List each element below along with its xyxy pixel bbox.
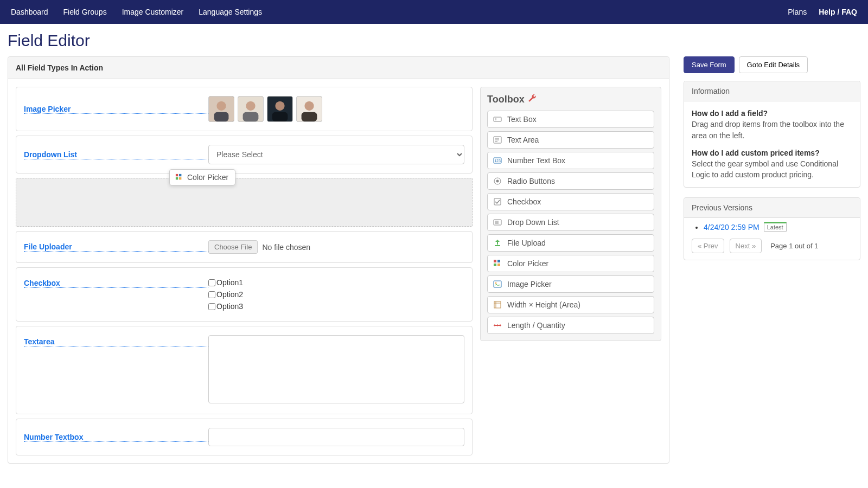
checkbox-option-1[interactable]: Option1 — [208, 277, 464, 288]
active-dropzone[interactable] — [16, 178, 473, 227]
tool-color-picker[interactable]: Color Picker — [487, 255, 654, 272]
tool-label: Color Picker — [507, 259, 548, 268]
field-label-dropdown[interactable]: Dropdown List — [24, 150, 208, 159]
tool-checkbox[interactable]: Checkbox — [487, 193, 654, 210]
info-q1: How do I add a field? — [692, 109, 768, 118]
area-icon — [493, 300, 502, 309]
prev-page-button[interactable]: « Prev — [692, 239, 724, 253]
tool-file-upload[interactable]: File Upload — [487, 234, 654, 252]
number-icon: 123 — [493, 156, 502, 165]
next-page-button[interactable]: Next » — [730, 239, 762, 253]
fields-dropzone-column[interactable]: Image Picker — [16, 87, 473, 455]
tool-label: Text Area — [507, 136, 539, 144]
tool-text-box[interactable]: Text Box — [487, 111, 654, 128]
toolbox-panel: Toolbox Text Box Tex — [480, 87, 661, 341]
nav-dashboard[interactable]: Dashboard — [11, 8, 48, 16]
svg-point-1 — [216, 101, 226, 111]
svg-rect-2 — [214, 112, 229, 121]
svg-rect-13 — [179, 174, 181, 176]
info-a1: Drag and drop items from the toolbox int… — [692, 120, 844, 139]
checkbox-label-2: Option2 — [216, 288, 243, 300]
image-option-2[interactable] — [238, 96, 264, 122]
tool-label: Text Box — [507, 115, 537, 124]
textarea-icon — [493, 136, 502, 144]
upload-icon — [493, 239, 502, 247]
dropdown-select[interactable]: Please Select — [208, 145, 464, 164]
tool-number-text-box[interactable]: 123 Number Text Box — [487, 152, 654, 169]
image-option-4[interactable] — [296, 96, 322, 122]
ruler-icon — [493, 321, 502, 330]
toolbox-title: Toolbox — [487, 94, 525, 105]
checkbox-input-1[interactable] — [208, 279, 215, 286]
tool-text-area[interactable]: Text Area — [487, 131, 654, 149]
checkbox-icon — [493, 197, 502, 206]
textarea-input[interactable] — [208, 335, 464, 403]
nav-language-settings[interactable]: Language Settings — [199, 8, 262, 16]
svg-rect-31 — [495, 245, 500, 246]
checkbox-input-2[interactable] — [208, 291, 215, 298]
svg-rect-26 — [494, 198, 501, 205]
svg-point-37 — [495, 282, 497, 284]
svg-rect-34 — [494, 264, 496, 266]
choose-file-button[interactable]: Choose File — [208, 240, 258, 254]
field-row-image-picker[interactable]: Image Picker — [16, 87, 473, 131]
checkbox-option-3[interactable]: Option3 — [208, 300, 464, 312]
tool-label: Drop Down List — [507, 218, 559, 227]
nav-field-groups[interactable]: Field Groups — [63, 8, 107, 16]
nav-help-faq[interactable]: Help / FAQ — [819, 8, 857, 16]
field-row-file-uploader[interactable]: File Uploader Choose File No file chosen — [16, 231, 473, 263]
checkbox-option-2[interactable]: Option2 — [208, 288, 464, 300]
checkbox-label-3: Option3 — [216, 300, 243, 312]
goto-edit-details-button[interactable]: Goto Edit Details — [739, 56, 808, 73]
field-label-textarea[interactable]: Textarea — [24, 337, 208, 346]
field-label-checkbox[interactable]: Checkbox — [24, 279, 208, 288]
svg-rect-33 — [497, 260, 500, 262]
dropdown-icon — [493, 218, 502, 227]
information-card: Information How do I add a field? Drag a… — [684, 81, 860, 188]
top-navbar: Dashboard Field Groups Image Customizer … — [0, 0, 868, 24]
svg-point-7 — [275, 101, 284, 111]
dragging-toolbox-item[interactable]: Color Picker — [169, 169, 235, 185]
field-row-number[interactable]: Number Textbox — [16, 419, 473, 455]
svg-rect-32 — [494, 260, 496, 262]
tool-label: Width × Height (Area) — [507, 300, 580, 309]
image-option-3[interactable] — [267, 96, 293, 122]
field-label-image-picker[interactable]: Image Picker — [24, 105, 208, 114]
dragging-chip-label: Color Picker — [187, 173, 228, 182]
tool-image-picker[interactable]: Image Picker — [487, 275, 654, 293]
svg-rect-35 — [497, 264, 500, 266]
save-form-button[interactable]: Save Form — [684, 56, 735, 73]
field-label-file-uploader[interactable]: File Uploader — [24, 242, 208, 252]
svg-rect-5 — [243, 112, 259, 121]
image-option-1[interactable] — [208, 96, 234, 122]
checkbox-input-3[interactable] — [208, 303, 215, 310]
tool-label: Length / Quantity — [507, 321, 565, 330]
versions-card: Previous Versions 4/24/20 2:59 PM Latest… — [684, 197, 860, 260]
svg-point-25 — [496, 180, 499, 183]
tool-label: Number Text Box — [507, 156, 565, 165]
file-status-text: No file chosen — [262, 243, 310, 252]
info-a2: Select the gear symbol and use Condition… — [692, 159, 838, 179]
field-row-checkbox[interactable]: Checkbox Option1 Option2 Option3 — [16, 267, 473, 322]
nav-plans[interactable]: Plans — [788, 8, 807, 16]
svg-point-10 — [304, 101, 314, 111]
number-input[interactable] — [208, 428, 464, 446]
field-row-dropdown[interactable]: Dropdown List Please Select — [16, 136, 473, 174]
info-q2: How do I add custom priced items? — [692, 149, 820, 157]
tool-drop-down-list[interactable]: Drop Down List — [487, 214, 654, 231]
tool-label: File Upload — [507, 239, 546, 247]
svg-rect-12 — [176, 174, 178, 176]
tool-width-height[interactable]: Width × Height (Area) — [487, 296, 654, 313]
field-label-number[interactable]: Number Textbox — [24, 433, 208, 442]
tool-length-quantity[interactable]: Length / Quantity — [487, 317, 654, 334]
version-link[interactable]: 4/24/20 2:59 PM — [704, 223, 760, 232]
nav-image-customizer[interactable]: Image Customizer — [122, 8, 184, 16]
svg-rect-16 — [494, 117, 501, 121]
information-header: Information — [684, 81, 860, 101]
wrench-icon — [528, 94, 537, 105]
color-picker-icon — [493, 259, 502, 268]
field-row-textarea[interactable]: Textarea — [16, 326, 473, 414]
tool-radio-buttons[interactable]: Radio Buttons — [487, 172, 654, 190]
tool-label: Image Picker — [507, 280, 552, 288]
checkbox-label-1: Option1 — [216, 277, 243, 288]
